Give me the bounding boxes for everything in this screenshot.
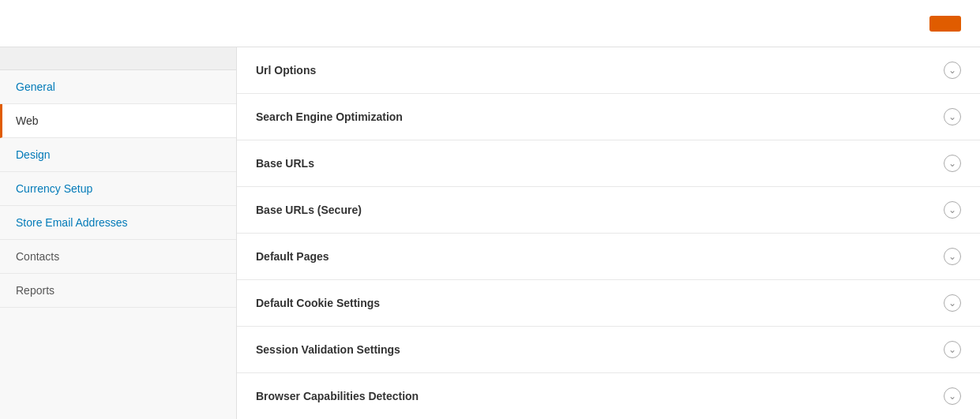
accordion-row-default-pages[interactable]: Default Pages⌄ <box>237 234 980 280</box>
accordion-list: Url Options⌄Search Engine Optimization⌄B… <box>237 47 980 419</box>
accordion-chevron-base-urls: ⌄ <box>944 155 961 172</box>
sidebar-item-web[interactable]: Web <box>0 104 236 138</box>
sidebar-item-general[interactable]: General <box>0 70 236 104</box>
sidebar-link-design[interactable]: Design <box>0 138 236 171</box>
sidebar-link-contacts[interactable]: Contacts <box>0 240 236 273</box>
accordion-chevron-browser-capabilities: ⌄ <box>944 387 961 405</box>
accordion-chevron-base-urls-secure: ⌄ <box>944 201 961 219</box>
sidebar-link-general[interactable]: General <box>0 70 236 103</box>
accordion-row-base-urls[interactable]: Base URLs⌄ <box>237 140 980 187</box>
accordion-label-base-urls-secure: Base URLs (Secure) <box>256 204 362 216</box>
accordion-row-browser-capabilities[interactable]: Browser Capabilities Detection⌄ <box>237 373 980 419</box>
sidebar-item-store-email-addresses[interactable]: Store Email Addresses <box>0 206 236 240</box>
sidebar-link-store-email-addresses[interactable]: Store Email Addresses <box>0 206 236 239</box>
accordion-label-url-options: Url Options <box>256 64 316 77</box>
sidebar-link-web[interactable]: Web <box>2 104 236 137</box>
sidebar-item-reports[interactable]: Reports <box>0 274 236 308</box>
accordion-label-default-cookie-settings: Default Cookie Settings <box>256 297 380 309</box>
sidebar: GeneralWebDesignCurrency SetupStore Emai… <box>0 47 237 419</box>
sidebar-nav-list: GeneralWebDesignCurrency SetupStore Emai… <box>0 70 236 308</box>
sidebar-section-general[interactable] <box>0 47 236 70</box>
page-header <box>0 0 980 47</box>
accordion-label-base-urls: Base URLs <box>256 157 314 170</box>
accordion-chevron-session-validation: ⌄ <box>944 341 961 358</box>
accordion-chevron-seo: ⌄ <box>944 108 961 125</box>
accordion-label-default-pages: Default Pages <box>256 250 329 263</box>
sidebar-item-design[interactable]: Design <box>0 138 236 172</box>
save-config-button[interactable] <box>929 16 961 32</box>
accordion-row-base-urls-secure[interactable]: Base URLs (Secure)⌄ <box>237 187 980 234</box>
accordion-chevron-default-pages: ⌄ <box>944 248 961 265</box>
accordion-label-seo: Search Engine Optimization <box>256 110 403 123</box>
content-area: Url Options⌄Search Engine Optimization⌄B… <box>237 47 980 419</box>
accordion-row-session-validation[interactable]: Session Validation Settings⌄ <box>237 327 980 373</box>
accordion-row-default-cookie-settings[interactable]: Default Cookie Settings⌄ <box>237 280 980 327</box>
sidebar-link-reports[interactable]: Reports <box>0 274 236 307</box>
accordion-row-seo[interactable]: Search Engine Optimization⌄ <box>237 94 980 140</box>
accordion-label-browser-capabilities: Browser Capabilities Detection <box>256 390 419 402</box>
sidebar-item-contacts[interactable]: Contacts <box>0 240 236 274</box>
accordion-chevron-url-options: ⌄ <box>944 62 961 79</box>
accordion-label-session-validation: Session Validation Settings <box>256 343 400 356</box>
sidebar-link-currency-setup[interactable]: Currency Setup <box>0 172 236 205</box>
sidebar-item-currency-setup[interactable]: Currency Setup <box>0 172 236 206</box>
accordion-row-url-options[interactable]: Url Options⌄ <box>237 47 980 94</box>
main-layout: GeneralWebDesignCurrency SetupStore Emai… <box>0 47 980 419</box>
accordion-chevron-default-cookie-settings: ⌄ <box>944 294 961 312</box>
